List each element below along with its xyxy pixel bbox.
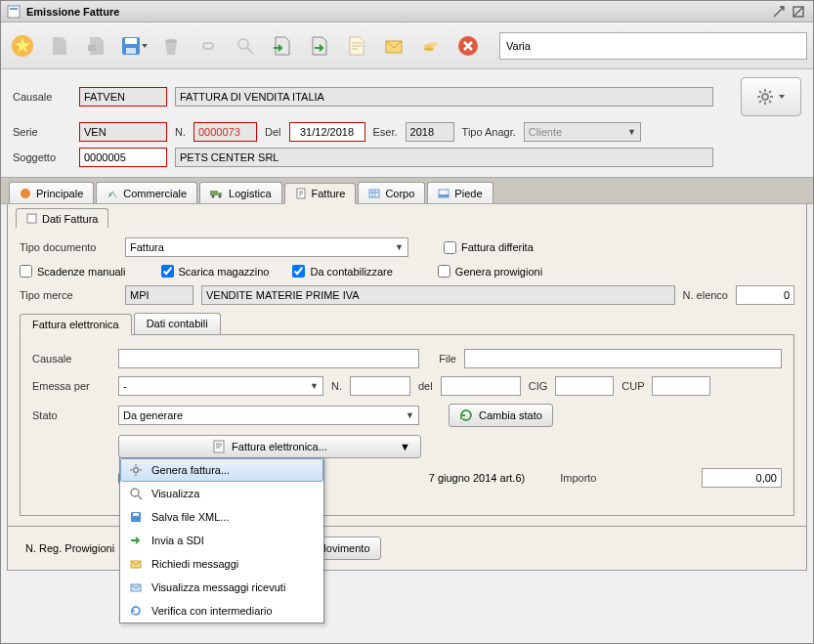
svg-point-29 <box>212 194 215 197</box>
tab-corpo[interactable]: Corpo <box>358 182 425 203</box>
mail-view-icon <box>128 580 144 595</box>
svg-rect-44 <box>133 513 139 516</box>
window-title: Emissione Fatture <box>26 6 768 18</box>
n-input[interactable] <box>193 122 257 142</box>
fe-stato-select[interactable]: Da generare▼ <box>118 406 419 425</box>
svg-rect-7 <box>125 38 137 44</box>
fe-del-label: del <box>418 380 433 392</box>
soggetto-code-input[interactable] <box>79 148 167 167</box>
fe-causale-input[interactable] <box>118 349 419 368</box>
mail-request-icon <box>128 556 144 572</box>
menu-visualizza[interactable]: Visualizza <box>120 482 323 505</box>
menu-invia-sdi[interactable]: Invia a SDI <box>120 529 323 552</box>
window-maximize-icon[interactable] <box>790 5 807 19</box>
toolbar-search-icon <box>230 30 261 62</box>
scarica-magazzino-checkbox[interactable]: Scarica magazzino <box>161 265 270 278</box>
svg-rect-5 <box>88 45 96 51</box>
tipo-documento-select[interactable]: Fattura▼ <box>125 237 408 257</box>
fe-causale-label: Causale <box>32 353 110 365</box>
tipo-merce-label: Tipo merce <box>20 289 117 301</box>
toolbar-export-icon[interactable] <box>304 30 335 62</box>
tab-commerciale[interactable]: Commerciale <box>96 182 197 203</box>
svg-rect-34 <box>439 194 449 197</box>
toolbar-new-icon[interactable] <box>7 30 38 62</box>
send-icon <box>128 533 144 548</box>
fe-cig-input[interactable] <box>555 376 614 396</box>
fe-cig-label: CIG <box>529 380 548 392</box>
menu-visualizza-messaggi[interactable]: Visualizza messaggi ricevuti <box>120 576 323 599</box>
svg-point-30 <box>219 194 222 197</box>
fe-stato-label: Stato <box>32 409 110 421</box>
genera-prowigioni-checkbox[interactable]: Genera prowigioni <box>438 265 542 278</box>
n-elenco-label: N. elenco <box>683 289 728 301</box>
eser-input <box>406 122 454 142</box>
fe-del-input[interactable] <box>441 376 521 396</box>
del-label: Del <box>265 126 281 138</box>
inner-tab-contabili[interactable]: Dati contabili <box>134 313 221 334</box>
del-input[interactable] <box>289 122 365 142</box>
settings-gear-button[interactable] <box>741 77 801 116</box>
menu-salva-xml[interactable]: Salva file XML... <box>120 505 323 529</box>
tab-principale[interactable]: Principale <box>9 182 94 203</box>
fe-cup-input[interactable] <box>652 376 710 396</box>
nreg-label: N. Reg. Prowigioni <box>25 542 114 554</box>
fe-emessa-label: Emessa per <box>32 380 110 392</box>
toolbar-coins-icon[interactable] <box>415 30 447 62</box>
scadenze-manuali-checkbox[interactable]: Scadenze manuali <box>20 265 126 278</box>
tipo-anagr-label: Tipo Anagr. <box>462 126 516 138</box>
svg-rect-27 <box>210 191 218 195</box>
svg-point-37 <box>134 468 139 473</box>
svg-rect-35 <box>27 214 36 223</box>
causale-label: Causale <box>13 91 71 103</box>
svg-point-42 <box>131 489 139 496</box>
svg-point-16 <box>762 94 768 100</box>
window-detach-icon[interactable] <box>770 5 788 19</box>
tipo-merce-code-input[interactable] <box>125 285 193 305</box>
svg-point-25 <box>21 189 30 198</box>
tipo-anagr-select: Cliente▼ <box>524 122 641 142</box>
fe-cup-label: CUP <box>621 380 644 392</box>
svg-line-21 <box>759 91 761 93</box>
menu-richiedi-messaggi[interactable]: Richiedi messaggi <box>120 552 323 576</box>
varia-input[interactable] <box>499 32 807 60</box>
cambia-stato-button[interactable]: Cambia stato <box>449 404 553 427</box>
tipo-documento-label: Tipo documento <box>20 241 117 253</box>
soggetto-desc-input <box>175 148 713 167</box>
inner-tab-elettronica[interactable]: Fattura elettronica <box>20 314 132 335</box>
tab-fatture[interactable]: Fatture <box>284 183 357 204</box>
soggetto-label: Soggetto <box>13 151 71 163</box>
fattura-elettronica-dropdown-button[interactable]: Fattura elettronica... ▼ Genera fattura.… <box>118 435 421 458</box>
serie-input[interactable] <box>79 122 167 142</box>
importo-label: Importo <box>560 472 596 484</box>
fe-n-label: N. <box>331 380 342 392</box>
n-elenco-input[interactable] <box>736 285 794 305</box>
toolbar-mail-icon[interactable] <box>378 30 409 62</box>
menu-genera-fattura[interactable]: Genera fattura... <box>120 458 323 482</box>
svg-rect-1 <box>10 8 18 10</box>
toolbar-save-icon[interactable] <box>118 30 150 62</box>
causale-code-input[interactable] <box>79 87 167 107</box>
tab-piede[interactable]: Piede <box>427 182 493 203</box>
serie-label: Serie <box>13 126 71 138</box>
tab-logistica[interactable]: Logistica <box>199 182 281 203</box>
menu-verifica-intermediario[interactable]: Verifica con intermediario <box>120 599 323 623</box>
da-contabilizzare-checkbox[interactable]: Da contabilizzare <box>292 265 392 278</box>
toolbar-import-icon[interactable] <box>267 30 298 62</box>
fe-emessa-select[interactable]: -▼ <box>118 376 323 396</box>
importo-input[interactable] <box>702 468 782 488</box>
toolbar-notes-icon[interactable] <box>341 30 372 62</box>
fe-n-input[interactable] <box>350 376 410 396</box>
search-icon <box>128 486 144 501</box>
eser-label: Eser. <box>373 126 398 138</box>
svg-line-23 <box>769 91 771 93</box>
fe-file-label: File <box>427 353 456 365</box>
toolbar-close-icon[interactable] <box>452 30 484 62</box>
svg-point-26 <box>109 193 112 195</box>
bollo-suffix: 7 giugno 2014 art.6) <box>429 472 525 484</box>
svg-rect-32 <box>369 190 379 197</box>
fattura-differita-checkbox[interactable]: Fattura differita <box>444 241 534 254</box>
svg-rect-36 <box>214 441 224 452</box>
toolbar-doc1-icon <box>44 30 75 62</box>
fe-file-input[interactable] <box>464 349 782 368</box>
subtab-dati-fattura[interactable]: Dati Fattura <box>16 208 108 228</box>
